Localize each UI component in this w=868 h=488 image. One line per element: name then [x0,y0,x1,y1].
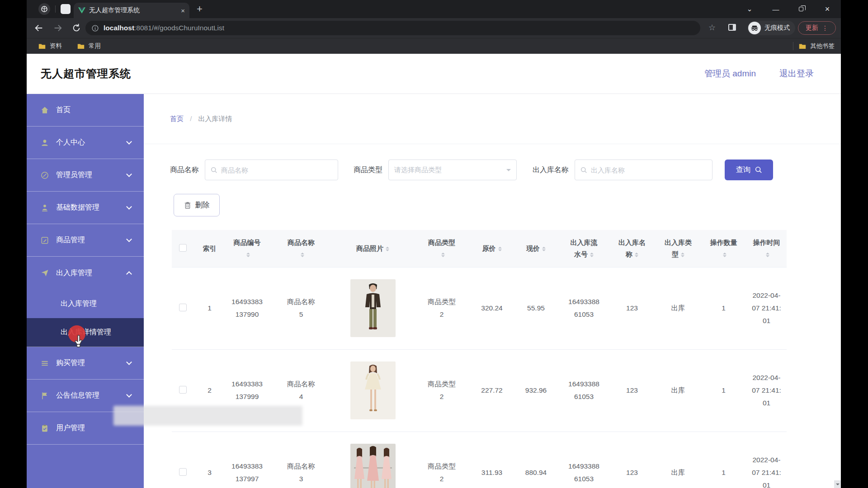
inout-detail-table: 索引 商品编号 商品名称 商品照片 商品类型 原价 现价 出入库流水号 出入库名… [172,230,787,488]
tab-close-icon[interactable]: × [181,7,185,14]
sidebar-item-home[interactable]: 首页 [27,94,144,127]
col-current-price[interactable]: 现价 [513,230,559,267]
forward-icon[interactable] [53,23,63,33]
col-goods-photo[interactable]: 商品照片 [333,230,412,267]
col-goods-no[interactable]: 商品编号 [225,230,269,267]
col-serial-no[interactable]: 出入库流水号 [559,230,609,267]
restore-button[interactable] [794,0,808,18]
folder-icon [799,43,806,49]
update-button[interactable]: 更新 ⋮ [798,21,836,35]
logout-link[interactable]: 退出登录 [779,68,814,80]
sort-icon[interactable] [542,247,546,251]
tab-search-icon[interactable]: ⌄ [743,0,756,18]
goods-type-select[interactable]: 请选择商品类型 [388,160,517,180]
blurred-watermark [113,406,302,426]
sidebar-item-label: 用户管理 [56,423,85,433]
side-panel-icon[interactable] [728,24,736,31]
sidebar-item-base-data[interactable]: 基础数据管理 [27,192,144,224]
pinned-tab-globe-icon[interactable] [38,3,50,15]
sidebar-subitem-inout-management[interactable]: 出入库管理 [27,289,144,318]
goods-type-label: 商品类型 [354,165,382,175]
bookmark-folder-changyong[interactable]: 常用 [77,42,101,50]
sort-icon[interactable] [723,253,726,257]
chevron-down-icon [126,359,132,365]
sort-icon[interactable] [635,253,638,257]
chevron-down-icon [126,204,132,210]
sort-icon[interactable] [301,253,304,257]
breadcrumb: 首页 / 出入库详情 [144,94,841,144]
close-button[interactable]: × [821,0,834,18]
pinned-tab-favicon[interactable] [61,4,71,14]
url-host: localhost [104,24,134,32]
sidebar-item-inout-management[interactable]: 出入库管理 [27,257,144,289]
kebab-menu-icon[interactable]: ⋮ [822,24,828,32]
chevron-up-icon [126,271,132,277]
info-icon[interactable] [91,24,99,32]
goods-type-placeholder: 请选择商品类型 [394,166,503,174]
app-header: 无人超市管理系统 管理员 admin 退出登录 [27,54,841,94]
chevron-down-icon [506,169,511,174]
user-icon [40,138,49,147]
search-button[interactable]: 查询 [725,160,773,180]
admin-user-label: 管理员 admin [704,68,756,80]
sort-icon[interactable] [498,247,502,251]
search-icon [580,167,587,174]
browser-window: 无人超市管理系统 × + ⌄ — × localhost:8081/#/good… [27,0,841,488]
bookmark-folder-ziliao[interactable]: 资料 [38,42,62,50]
select-all-header[interactable] [172,230,194,267]
sidebar-item-purchase-management[interactable]: 购买管理 [27,347,144,380]
tab-separator [55,5,56,13]
row-checkbox[interactable] [179,386,187,394]
sidebar-item-personal-center[interactable]: 个人中心 [27,127,144,159]
base-data-icon [40,203,49,212]
active-tab[interactable]: 无人超市管理系统 × [74,3,189,18]
app-title: 无人超市管理系统 [41,66,131,81]
col-inout-type[interactable]: 出入库类型 [656,230,701,267]
bookmarks-bar: 资料 常用 其他书签 [27,38,841,54]
inout-name-input[interactable] [591,166,707,174]
bookmark-star-icon[interactable]: ☆ [708,23,716,33]
row-checkbox[interactable] [179,468,187,476]
sort-icon[interactable] [766,253,769,257]
other-bookmarks-label: 其他书签 [810,42,835,50]
sidebar-item-admin-management[interactable]: 管理员管理 [27,159,144,192]
bookmark-label: 资料 [50,42,62,50]
col-inout-name[interactable]: 出入库名称 [609,230,656,267]
bookmarks-divider [793,42,793,50]
incognito-badge[interactable]: 无痕模式 [747,21,795,35]
new-tab-button[interactable]: + [197,3,203,15]
folder-icon [77,43,85,49]
sidebar-subitem-label: 出入库管理 [61,299,97,309]
address-bar[interactable]: localhost:8081/#/goodsChuruInoutList [85,21,700,35]
vue-logo-icon [78,7,85,14]
col-goods-type[interactable]: 商品类型 [412,230,471,267]
main-content: 首页 / 出入库详情 商品名称 商品类型 请选择商品类型 出入库名称 [144,94,841,488]
sort-icon[interactable] [246,253,250,257]
breadcrumb-home[interactable]: 首页 [170,115,184,122]
col-original-price[interactable]: 原价 [471,230,513,267]
incognito-label: 无痕模式 [764,24,790,32]
url-text[interactable]: localhost:8081/#/goodsChuruInoutList [104,24,224,32]
sort-icon[interactable] [590,253,594,257]
inout-name-label: 出入库名称 [533,165,569,175]
row-checkbox[interactable] [179,304,187,311]
sort-icon[interactable] [681,253,684,257]
filter-bar: 商品名称 商品类型 请选择商品类型 出入库名称 查询 [170,160,841,180]
col-goods-name[interactable]: 商品名称 [269,230,333,267]
sidebar-item-goods-management[interactable]: 商品管理 [27,224,144,257]
delete-button[interactable]: 删除 [174,194,220,216]
scrollbar-down-arrow[interactable] [834,480,841,488]
reload-icon[interactable] [71,23,81,33]
url-path: :8081/#/goodsChuruInoutList [134,24,224,32]
minimize-button[interactable]: — [769,0,783,18]
col-quantity[interactable]: 操作数量 [701,230,746,267]
col-index: 索引 [194,230,225,267]
sort-icon[interactable] [441,253,445,257]
other-bookmarks[interactable]: 其他书签 [799,42,835,50]
select-all-checkbox[interactable] [179,244,187,252]
goods-name-input[interactable] [221,166,332,174]
sort-icon[interactable] [386,247,389,251]
sidebar-item-label: 首页 [56,105,71,115]
col-time[interactable]: 操作时间 [746,230,787,267]
back-icon[interactable] [34,23,44,33]
